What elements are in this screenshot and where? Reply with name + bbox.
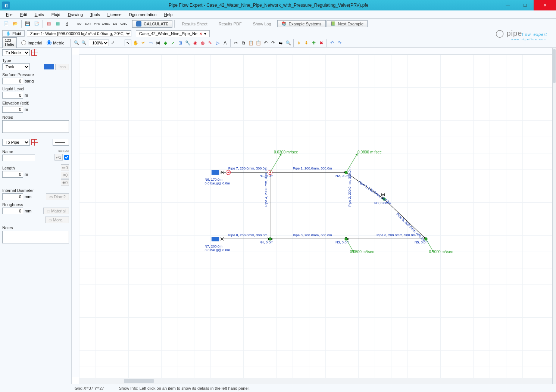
diam-button[interactable]: ▭ Diam?	[46, 193, 69, 200]
zoom-select[interactable]: 100%	[89, 40, 109, 46]
liquid-level-unit: m	[25, 93, 28, 97]
internal-diameter-input[interactable]	[2, 193, 23, 200]
snap-icon[interactable]: ✚	[310, 40, 317, 46]
surface-pressure-input[interactable]	[2, 78, 23, 84]
type-select[interactable]: Tank	[2, 63, 30, 70]
close-button[interactable]: ✕	[534, 0, 556, 10]
menu-help[interactable]: Help	[161, 12, 176, 18]
delete-icon[interactable]: ✖	[318, 40, 325, 46]
document-tab[interactable]: Case_42_Water_Nine_Pipe_Ne × ▾	[136, 30, 210, 37]
align-icon[interactable]: ⇟	[296, 40, 302, 46]
length-input[interactable]	[2, 171, 23, 178]
distribute-icon[interactable]: ⇞	[303, 40, 310, 46]
pan-fit-icon[interactable]: ⤢	[111, 40, 115, 45]
valve-tool-icon[interactable]: ⋈	[154, 40, 161, 46]
liquid-level-input[interactable]	[2, 92, 23, 99]
svg-text:N5, 0.0m: N5, 0.0m	[415, 240, 429, 244]
include-checkbox[interactable]	[64, 155, 69, 160]
show-log-button[interactable]: Show Log	[248, 21, 277, 27]
target-pipe-icon[interactable]	[31, 139, 37, 145]
mini-btn-2[interactable]: ▭0	[61, 164, 69, 171]
menu-drawing[interactable]: Drawing	[65, 12, 86, 18]
undo-icon[interactable]: ↶	[329, 40, 335, 46]
notes-node-input[interactable]	[2, 120, 69, 133]
mirror-icon[interactable]: ⇋	[277, 40, 284, 46]
example-systems-button[interactable]: 📚 Example Systems	[277, 20, 326, 27]
vertical-scrollbar[interactable]	[552, 48, 556, 384]
results-pdf-button[interactable]: Results PDF	[213, 21, 247, 27]
maximize-button[interactable]: ☐	[516, 0, 534, 10]
menu-file[interactable]: File	[3, 12, 16, 18]
save-icon[interactable]: 💾	[24, 20, 32, 28]
next-example-button[interactable]: 📗 Next Example	[327, 20, 368, 27]
copy-icon[interactable]: ⧉	[240, 40, 247, 46]
fluid-button[interactable]: 💧 Fluid	[2, 30, 25, 37]
open-icon[interactable]: 📂	[11, 20, 19, 28]
123-icon[interactable]: 123	[111, 20, 119, 28]
wrench-tool-icon[interactable]: 🔧	[184, 40, 191, 46]
menu-edit[interactable]: Edit	[17, 12, 30, 18]
material-button[interactable]: ▭ Material	[43, 208, 69, 214]
zone-select[interactable]: Zone 1: Water [998.000000 kg/m³ at 0.0ba…	[27, 30, 131, 37]
to-node-select[interactable]: To Node	[2, 49, 30, 56]
menu-documentation[interactable]: Documentation	[126, 12, 160, 18]
cut-icon[interactable]: ✂	[232, 40, 239, 46]
elevation-input[interactable]	[2, 106, 23, 113]
saveas-icon[interactable]: 📑	[32, 20, 41, 28]
export-pdf-icon[interactable]: ▤	[45, 20, 53, 28]
tank-tool-icon[interactable]: ▭	[147, 40, 154, 46]
imperial-radio[interactable]: Imperial	[21, 40, 42, 45]
menu-license[interactable]: License	[104, 12, 125, 18]
mark-tool-icon[interactable]: ✎	[207, 40, 213, 46]
zoom-out-icon[interactable]: 🔍	[74, 40, 79, 45]
mini-btn-4[interactable]: ◉0	[61, 179, 69, 186]
menu-fluid[interactable]: Fluid	[49, 12, 63, 18]
horizontal-scrollbar[interactable]	[79, 378, 552, 384]
prv-tool-icon[interactable]: ▷	[214, 40, 221, 46]
redo-icon[interactable]: ↷	[336, 40, 343, 46]
zoom-in-icon[interactable]: 🔍	[81, 40, 87, 45]
rotate-left-icon[interactable]: ↶	[262, 40, 269, 46]
app-icon: ◧	[2, 1, 10, 9]
mini-btn-3[interactable]: ⚙0	[61, 172, 69, 178]
new-icon[interactable]: 📄	[2, 20, 10, 28]
pan-tool-icon[interactable]: ✋	[132, 40, 139, 46]
drawing-area[interactable]: ⋈ Pipe 7, 250.0mm, 300.0m Pipe 1, 200.0m…	[79, 55, 552, 378]
notes-pipe-input[interactable]	[2, 231, 69, 243]
close-tab-icon[interactable]: ×	[200, 31, 202, 36]
calc-small-icon[interactable]: CALC	[120, 20, 128, 28]
sun-tool-icon[interactable]: ☀	[140, 40, 146, 46]
pipe-name-input[interactable]	[2, 155, 35, 161]
mini-btn-1[interactable]: ⇄1	[54, 154, 63, 161]
units-button[interactable]: 123Units	[2, 37, 17, 48]
edit-icon[interactable]: EDIT	[84, 20, 92, 28]
to-pipe-select[interactable]: To Pipe	[2, 139, 30, 146]
text-tool-icon[interactable]: A	[222, 40, 228, 46]
iso-icon[interactable]: ISO	[75, 20, 83, 28]
more-button[interactable]: ▭ More...	[45, 217, 69, 223]
rotate-right-icon[interactable]: ↷	[270, 40, 277, 46]
pipe-tool-icon[interactable]: ⊞	[177, 40, 184, 46]
find-icon[interactable]: 🔍	[285, 40, 291, 46]
node-tool-icon[interactable]: ◆	[162, 40, 169, 46]
metric-radio[interactable]: Metric	[47, 40, 64, 45]
calculate-button[interactable]: CALCULATE	[132, 20, 172, 28]
clipboard-icon[interactable]: 📋	[255, 40, 262, 46]
results-sheet-button[interactable]: Results Sheet	[177, 21, 212, 27]
demand-tool-icon[interactable]: ↗	[169, 40, 176, 46]
minimize-button[interactable]: —	[499, 0, 516, 10]
menu-tools[interactable]: Tools	[87, 12, 103, 18]
label-icon[interactable]: LABEL	[102, 20, 110, 28]
paste-icon[interactable]: 📋	[247, 40, 254, 46]
icon-button[interactable]: Icon	[55, 64, 69, 70]
export-excel-icon[interactable]: ▦	[54, 20, 62, 28]
menu-units[interactable]: Units	[32, 12, 47, 18]
pump-tool-icon[interactable]: ◉	[192, 40, 199, 46]
print-icon[interactable]: 🖨	[63, 20, 71, 28]
pipe-icon[interactable]: PIPE	[93, 20, 101, 28]
target-node-icon[interactable]	[31, 50, 37, 56]
linestyle-select[interactable]	[53, 139, 69, 146]
roughness-input[interactable]	[2, 208, 23, 214]
pointer-tool-icon[interactable]: ↖	[125, 40, 131, 46]
meter-tool-icon[interactable]: ◍	[199, 40, 206, 46]
